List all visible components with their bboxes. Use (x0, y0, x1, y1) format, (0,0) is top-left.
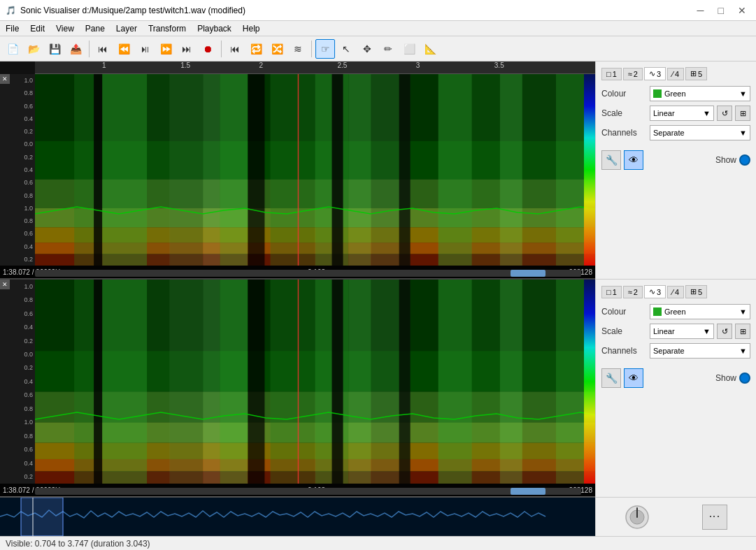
svg-rect-58 (94, 280, 102, 484)
prop-tab-1-2[interactable]: ≈ 2 (623, 68, 643, 80)
menu-edit[interactable]: Edit (24, 22, 50, 35)
prop-tab-1-5[interactable]: ⊞ 5 (685, 67, 707, 80)
trill-button[interactable]: ≋ (288, 39, 308, 59)
spectrogram-1[interactable] (35, 74, 595, 266)
colour-select-1[interactable]: Green ▼ (650, 86, 750, 101)
menu-playback[interactable]: Playback (192, 22, 237, 35)
colour-value-1: Green (664, 89, 686, 98)
app-icon: 🎵 (6, 6, 16, 15)
colour-dot-1 (653, 89, 662, 98)
svg-rect-24 (500, 74, 522, 266)
minimize-button[interactable]: ─ (693, 3, 708, 17)
bottom-right-btn[interactable]: ⋮ (702, 505, 727, 530)
svg-rect-11 (102, 74, 147, 266)
channels-select-1[interactable]: Separate ▼ (650, 125, 750, 140)
export-button[interactable]: 📤 (66, 39, 85, 59)
measure-cursor-button[interactable]: 📐 (420, 39, 440, 59)
prop-tab-2-1[interactable]: □ 1 (601, 286, 622, 298)
erase-cursor-button[interactable]: ⬜ (399, 39, 419, 59)
prop-tab-1-4[interactable]: ∕ 4 (667, 68, 684, 80)
panel-1-eye-icon-btn[interactable]: 👁 (624, 150, 643, 170)
status-text: Visible: 0.704 to 3.747 (duration 3.043) (6, 539, 150, 549)
h-scrollbar-1[interactable] (35, 270, 581, 277)
close-button[interactable]: ✕ (734, 3, 750, 17)
show-indicator-2[interactable] (739, 372, 750, 384)
h-scrollbar-2[interactable] (35, 488, 581, 495)
menu-transform[interactable]: Transform (143, 22, 192, 35)
settings-icon-2: 🔧 (606, 372, 618, 384)
scale-reset-btn-1[interactable]: ↺ (717, 106, 732, 121)
scale-config-btn-1[interactable]: ⊞ (735, 106, 750, 121)
prop-tab-2-2[interactable]: ≈ 2 (623, 286, 643, 298)
eye-icon-1: 👁 (629, 154, 639, 166)
properties-section-2: □ 1 ≈ 2 ∿ 3 ∕ 4 ⊞ 5 (596, 280, 756, 498)
play-pause-button[interactable]: ⏯ (135, 39, 155, 59)
spectrogram-2[interactable] (35, 280, 595, 484)
open-button[interactable]: 📂 (24, 39, 43, 59)
color-scale-1 (584, 74, 595, 266)
right-panel: □ 1 ≈ 2 ∿ 3 ∕ 4 ⊞ 5 (595, 61, 756, 498)
svg-rect-54 (472, 280, 500, 484)
mini-waveform-overview[interactable] (0, 498, 595, 536)
scale-reset-btn-2[interactable]: ↺ (717, 324, 732, 339)
channels-select-2[interactable]: Separate ▼ (650, 343, 750, 359)
panel-2-settings-icon-btn[interactable]: 🔧 (601, 368, 621, 388)
scale-config-btn-2[interactable]: ⊞ (735, 324, 750, 339)
svg-rect-21 (411, 74, 438, 266)
go-start-button[interactable]: ⏮ (225, 39, 245, 59)
panel-1-close-button[interactable]: ✕ (0, 74, 10, 84)
prop-tab-2-5[interactable]: ⊞ 5 (685, 285, 707, 298)
mini-waveform-svg (0, 498, 595, 536)
svg-rect-44 (169, 280, 203, 484)
panel-2-close-button[interactable]: ✕ (0, 280, 10, 289)
menu-help[interactable]: Help (237, 22, 266, 35)
show-container-1: Show (715, 154, 750, 166)
select-cursor-button[interactable]: ☞ (315, 39, 335, 59)
prop-tab-2-3[interactable]: ∿ 3 (644, 285, 666, 298)
shuffle-button[interactable]: 🔀 (267, 39, 287, 59)
loop-button[interactable]: 🔁 (246, 39, 266, 59)
show-indicator-1[interactable] (739, 154, 750, 166)
menu-view[interactable]: View (50, 22, 80, 35)
colour-label-2: Colour (601, 307, 647, 317)
prop-tab-2-4[interactable]: ∕ 4 (667, 286, 684, 298)
record-button[interactable]: ⏺ (198, 39, 217, 59)
menu-pane[interactable]: Pane (80, 22, 110, 35)
save-button[interactable]: 💾 (45, 39, 64, 59)
prop-tab-1-3[interactable]: ∿ 3 (644, 67, 666, 80)
scale-select-1[interactable]: Linear ▼ (650, 106, 714, 121)
menu-file[interactable]: File (0, 22, 24, 35)
next-button[interactable]: ⏭ (177, 39, 197, 59)
h-scrollbar-thumb-1 (511, 270, 545, 277)
panel-2-footer: 🔧 👁 Show (601, 363, 750, 388)
svg-rect-43 (147, 280, 169, 484)
colour-row-1: Colour Green ▼ (601, 86, 750, 101)
y-axis-2: 1.0 0.8 0.6 0.4 0.2 0.0 0.2 0.4 0.6 0.8 … (0, 280, 35, 484)
toolbar-separator-3 (311, 41, 312, 57)
menu-layer[interactable]: Layer (110, 22, 143, 35)
volume-knob[interactable] (625, 505, 650, 530)
h-scrollbar-thumb-2 (511, 488, 545, 495)
prev-button[interactable]: ⏮ (93, 39, 113, 59)
settings-icon-1: 🔧 (606, 154, 618, 166)
colour-label-1: Colour (601, 89, 647, 99)
new-button[interactable]: 📄 (3, 39, 22, 59)
rewind-button[interactable]: ⏪ (114, 39, 134, 59)
svg-rect-9 (35, 74, 74, 266)
panel-1-settings-icon-btn[interactable]: 🔧 (601, 150, 621, 170)
scale-select-2[interactable]: Linear ▼ (650, 324, 714, 339)
svg-rect-45 (203, 280, 220, 484)
colour-select-2[interactable]: Green ▼ (650, 304, 750, 319)
maximize-button[interactable]: □ (714, 3, 728, 17)
show-container-2: Show (715, 372, 750, 384)
properties-section-1: □ 1 ≈ 2 ∿ 3 ∕ 4 ⊞ 5 (596, 61, 756, 280)
move-cursor-button[interactable]: ✥ (357, 39, 377, 59)
panel-2-eye-icon-btn[interactable]: 👁 (624, 368, 643, 388)
prop-tab-1-1[interactable]: □ 1 (601, 68, 622, 80)
arrow-cursor-button[interactable]: ↖ (336, 39, 356, 59)
time-mark-3: 3 (416, 61, 420, 69)
svg-rect-27 (94, 74, 102, 266)
draw-cursor-button[interactable]: ✏ (378, 39, 398, 59)
bottom-area: ⋮ (0, 498, 756, 536)
fast-forward-button[interactable]: ⏩ (156, 39, 176, 59)
